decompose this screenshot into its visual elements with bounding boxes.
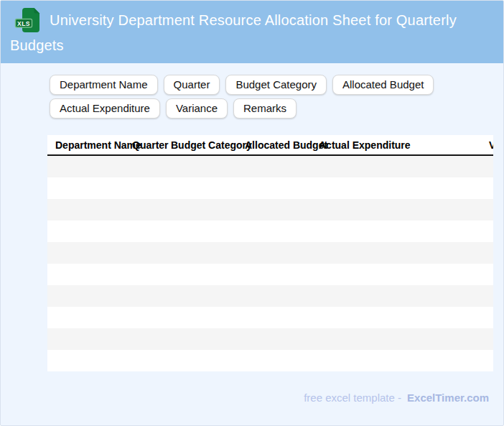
table-cell	[481, 350, 493, 371]
table-cell	[163, 328, 237, 350]
column-header-department-name: Department Name	[47, 135, 124, 155]
column-header-allocated-budget: Allocated Budget	[237, 135, 311, 155]
table-cell	[481, 285, 493, 307]
table-cell	[124, 285, 163, 307]
column-header-actual-expenditure: Actual Expenditure	[311, 135, 481, 155]
chip-budget-category[interactable]: Budget Category	[225, 75, 327, 95]
page-title-line2: Budgets	[10, 37, 64, 53]
table-cell	[163, 264, 237, 285]
table-cell	[124, 155, 163, 177]
table-cell	[237, 307, 311, 328]
page: XLS University Department Resource Alloc…	[0, 0, 504, 426]
table-cell	[311, 285, 481, 307]
table-cell	[481, 242, 493, 264]
table-cell	[124, 307, 163, 328]
table-cell	[481, 199, 493, 221]
table-cell	[163, 242, 237, 264]
spreadsheet-preview: Department Name Quarter Budget Category …	[47, 135, 493, 371]
table-row	[47, 199, 493, 221]
table-row	[47, 328, 493, 350]
page-title-line1: University Department Resource Allocatio…	[50, 12, 457, 28]
table-cell	[237, 177, 311, 199]
table-cell	[124, 264, 163, 285]
table-cell	[481, 328, 493, 350]
table-cell	[237, 221, 311, 242]
table-cell	[47, 350, 124, 371]
xls-file-icon: XLS	[14, 7, 42, 33]
table-row	[47, 242, 493, 264]
table-cell	[311, 264, 481, 285]
table-cell	[237, 242, 311, 264]
column-header-variance: Variance	[481, 135, 493, 155]
chip-quarter[interactable]: Quarter	[164, 75, 220, 95]
table-cell	[481, 264, 493, 285]
page-title: University Department Resource Allocatio…	[10, 12, 457, 53]
table-cell	[124, 242, 163, 264]
table-row	[47, 177, 493, 199]
chip-variance[interactable]: Variance	[166, 98, 228, 119]
footer-text: free excel template -	[304, 392, 401, 404]
data-table: Department Name Quarter Budget Category …	[47, 135, 493, 371]
table-cell	[311, 350, 481, 371]
table-cell	[47, 221, 124, 242]
table-cell	[163, 221, 237, 242]
table-cell	[237, 285, 311, 307]
footer: free excel template -ExcelTimer.com	[1, 392, 503, 404]
table-cell	[47, 155, 124, 177]
table-cell	[47, 307, 124, 328]
table-cell	[311, 221, 481, 242]
table-cell	[124, 199, 163, 221]
table-cell	[47, 199, 124, 221]
table-cell	[163, 350, 237, 371]
table-cell	[481, 155, 493, 177]
table-cell	[311, 177, 481, 199]
table-cell	[163, 155, 237, 177]
table-cell	[311, 155, 481, 177]
table-cell	[163, 285, 237, 307]
table-cell	[47, 285, 124, 307]
table-cell	[237, 199, 311, 221]
table-row	[47, 285, 493, 307]
table-body	[47, 155, 493, 371]
table-header-row: Department Name Quarter Budget Category …	[47, 135, 493, 155]
content-area: Department Name Quarter Budget Category …	[1, 75, 503, 371]
table-row	[47, 264, 493, 285]
table-cell	[481, 221, 493, 242]
table-row	[47, 221, 493, 242]
table-cell	[163, 199, 237, 221]
table-cell	[47, 264, 124, 285]
table-cell	[237, 350, 311, 371]
chip-department-name[interactable]: Department Name	[50, 75, 158, 95]
xls-icon-label: XLS	[17, 20, 30, 27]
table-cell	[124, 328, 163, 350]
footer-brand-link[interactable]: ExcelTimer.com	[407, 392, 489, 404]
table-cell	[237, 155, 311, 177]
chip-remarks[interactable]: Remarks	[233, 98, 297, 119]
chip-allocated-budget[interactable]: Allocated Budget	[332, 75, 434, 95]
table-cell	[237, 328, 311, 350]
table-cell	[311, 199, 481, 221]
table-cell	[237, 264, 311, 285]
table-cell	[124, 177, 163, 199]
table-row	[47, 350, 493, 371]
table-cell	[311, 328, 481, 350]
table-row	[47, 307, 493, 328]
table-cell	[47, 328, 124, 350]
table-cell	[481, 307, 493, 328]
table-cell	[47, 242, 124, 264]
table-row	[47, 155, 493, 177]
table-cell	[311, 242, 481, 264]
table-cell	[124, 221, 163, 242]
chip-actual-expenditure[interactable]: Actual Expenditure	[50, 98, 160, 119]
table-cell	[163, 307, 237, 328]
table-cell	[47, 177, 124, 199]
table-cell	[481, 177, 493, 199]
table-cell	[163, 177, 237, 199]
table-cell	[311, 307, 481, 328]
table-cell	[124, 350, 163, 371]
column-header-budget-category: Budget Category	[163, 135, 237, 155]
column-chips-row: Department Name Quarter Budget Category …	[50, 75, 480, 119]
app-header: XLS University Department Resource Alloc…	[1, 1, 503, 63]
